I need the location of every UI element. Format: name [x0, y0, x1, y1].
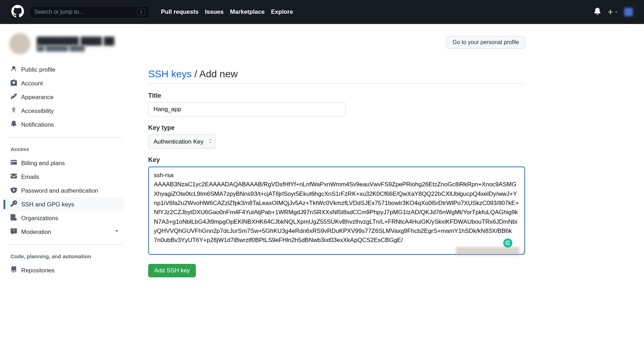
sidebar-item-emails[interactable]: Emails: [6, 170, 124, 184]
sidebar-item-label: Billing and plans: [21, 160, 65, 167]
search-input[interactable]: [34, 9, 137, 15]
bell-icon: [11, 121, 17, 129]
caret-down-icon: [614, 9, 618, 15]
nav-issues[interactable]: Issues: [205, 8, 224, 16]
redacted-overlay: [456, 247, 519, 255]
primary-nav: Pull requests Issues Marketplace Explore: [161, 8, 293, 16]
keytype-label: Key type: [148, 124, 525, 132]
sidebar-item-accessibility[interactable]: Accessibility: [6, 104, 124, 118]
profile-sub: ██ ██████ ████: [37, 45, 114, 51]
grammarly-icon[interactable]: G: [503, 239, 512, 248]
sidebar-item-label: Repositories: [21, 267, 55, 274]
profile-summary: ████████ ████ ██ ██ ██████ ████: [6, 30, 124, 63]
profile-name: ████████ ████ ██: [37, 37, 114, 45]
sidebar-item-account[interactable]: Account: [6, 77, 124, 90]
gear-icon: [11, 79, 17, 87]
mail-icon: [11, 173, 17, 181]
breadcrumb-current: Add new: [199, 68, 238, 79]
title-input[interactable]: [148, 102, 346, 116]
notifications-icon[interactable]: [594, 8, 601, 16]
header-right: [594, 8, 633, 16]
sidebar-item-label: Account: [21, 80, 43, 87]
chevron-down-icon: [114, 228, 120, 236]
sidebar-item-label: Appearance: [21, 94, 54, 101]
search-box[interactable]: /: [30, 6, 150, 18]
settings-sidebar: ████████ ████ ██ ██ ██████ ████ Public p…: [4, 30, 127, 291]
sidebar-item-label: Emails: [21, 174, 39, 181]
sidebar-section-access: Access: [6, 143, 124, 156]
sidebar-divider: [8, 245, 123, 245]
global-header: / Pull requests Issues Marketplace Explo…: [0, 0, 644, 24]
paintbrush-icon: [11, 93, 17, 101]
repo-icon: [11, 266, 17, 274]
sidebar-item-ssh-gpg[interactable]: SSH and GPG keys: [6, 198, 124, 211]
nav-explore[interactable]: Explore: [271, 8, 293, 16]
accessibility-icon: [11, 107, 17, 115]
sidebar-item-password[interactable]: Password and authentication: [6, 184, 124, 198]
credit-card-icon: [11, 159, 17, 167]
sidebar-item-organizations[interactable]: Organizations: [6, 211, 124, 225]
breadcrumb-sep: /: [192, 68, 199, 79]
sidebar-section-code: Code, planning, and automation: [6, 251, 124, 264]
slash-key-hint: /: [137, 8, 145, 16]
profile-avatar: [9, 33, 30, 54]
create-new-dropdown[interactable]: [607, 9, 618, 15]
shield-lock-icon: [11, 187, 17, 195]
sidebar-item-billing[interactable]: Billing and plans: [6, 156, 124, 170]
main-content: Go to your personal profile SSH keys / A…: [127, 30, 529, 291]
sidebar-item-label: Organizations: [21, 215, 58, 222]
keytype-select[interactable]: Authentication Key: [148, 134, 216, 149]
sidebar-item-appearance[interactable]: Appearance: [6, 90, 124, 104]
sidebar-item-label: Accessibility: [21, 108, 54, 115]
sidebar-item-public-profile[interactable]: Public profile: [6, 63, 124, 77]
user-avatar[interactable]: [624, 8, 633, 16]
page-title: SSH keys / Add new: [148, 68, 525, 84]
sidebar-item-label: Public profile: [21, 66, 55, 73]
report-icon: [11, 228, 17, 236]
sidebar-item-label: Password and authentication: [21, 187, 98, 194]
sidebar-item-repositories[interactable]: Repositories: [6, 264, 124, 277]
sidebar-item-label: SSH and GPG keys: [21, 201, 74, 208]
github-logo-icon[interactable]: [11, 5, 24, 19]
sidebar-item-label: Moderation: [21, 229, 51, 236]
go-to-profile-button[interactable]: Go to your personal profile: [446, 36, 525, 49]
organization-icon: [11, 214, 17, 222]
breadcrumb-link[interactable]: SSH keys: [148, 68, 192, 79]
sidebar-item-label: Notifications: [21, 121, 54, 128]
sidebar-item-notifications[interactable]: Notifications: [6, 118, 124, 132]
key-icon: [11, 200, 17, 209]
nav-marketplace[interactable]: Marketplace: [230, 8, 265, 16]
key-textarea[interactable]: ssh-rsa AAAAB3NzaC1yc2EAAAADAQABAAAB/RgV…: [148, 167, 525, 255]
nav-pull-requests[interactable]: Pull requests: [161, 8, 199, 16]
sidebar-item-moderation[interactable]: Moderation: [6, 225, 124, 239]
person-icon: [11, 66, 17, 74]
key-label: Key: [148, 156, 525, 164]
title-label: Title: [148, 92, 525, 99]
add-ssh-key-button[interactable]: Add SSH key: [148, 264, 196, 277]
sidebar-divider: [8, 137, 123, 138]
